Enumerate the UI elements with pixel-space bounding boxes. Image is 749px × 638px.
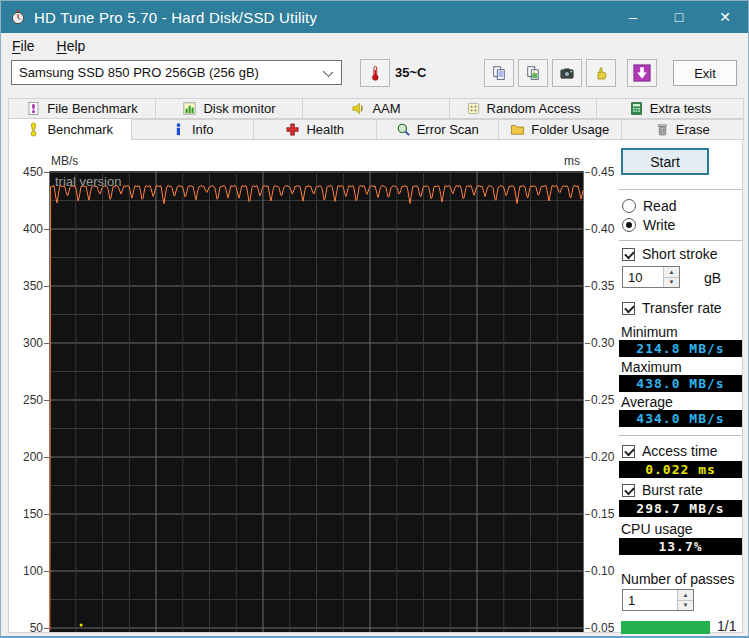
exit-button[interactable]: Exit [673, 60, 737, 86]
disk-monitor-icon [182, 101, 197, 116]
file-benchmark-icon [26, 101, 41, 116]
maximum-label: Maximum [621, 359, 682, 375]
short-stroke-stepper[interactable]: 10 ▲ ▼ [622, 266, 680, 288]
read-radio[interactable] [622, 199, 636, 213]
magnifier-icon [396, 122, 411, 137]
start-button[interactable]: Start [621, 148, 709, 175]
tab-disk-monitor[interactable]: Disk monitor [155, 98, 303, 119]
benchmark-icon [26, 122, 41, 137]
y-axis-tick-label: 400 [15, 222, 43, 236]
tab-label: Erase [676, 122, 710, 137]
speaker-icon [351, 101, 366, 116]
left-axis-unit: MB/s [51, 154, 78, 168]
tab-label: Extra tests [650, 101, 711, 116]
health-cross-icon [285, 122, 300, 137]
transfer-rate-row[interactable]: Transfer rate [622, 300, 722, 316]
axis-tick [585, 457, 590, 458]
temperature-value: 35~C [395, 65, 426, 80]
tab-row-primary: Benchmark Info Health Error Scan [8, 119, 743, 140]
save-results-button[interactable] [627, 59, 657, 87]
y-axis-tick-label: 200 [15, 450, 43, 464]
drive-select-dropdown[interactable]: Samsung SSD 850 PRO 256GB (256 gB) [11, 60, 342, 85]
average-value: 434.0 MB/s [619, 410, 742, 427]
axis-tick [585, 628, 590, 629]
transfer-rate-checkbox[interactable] [622, 302, 635, 315]
short-stroke-row[interactable]: Short stroke [622, 246, 717, 262]
axis-tick [585, 571, 590, 572]
maximum-value: 438.0 MB/s [619, 375, 742, 392]
write-radio-row[interactable]: Write [622, 217, 675, 233]
ms-axis-tick-label: 0.10 [591, 564, 625, 578]
ms-axis-tick-label: 0.15 [591, 507, 625, 521]
tab-folder-usage[interactable]: Folder Usage [498, 119, 622, 140]
ms-axis-tick-label: 0.40 [591, 222, 625, 236]
chevron-down-icon [323, 67, 333, 77]
folder-icon [510, 122, 525, 137]
axis-tick [44, 172, 49, 173]
tab-label: Random Access [487, 101, 581, 116]
tab-file-benchmark[interactable]: File Benchmark [8, 98, 156, 119]
calculator-icon [629, 101, 644, 116]
burst-rate-row[interactable]: Burst rate [622, 482, 703, 498]
benchmark-plot [49, 171, 584, 632]
copy-text-button[interactable] [484, 59, 514, 87]
tab-label: Benchmark [47, 122, 113, 137]
burst-rate-checkbox[interactable] [622, 484, 635, 497]
stepper-down-icon[interactable]: ▼ [664, 278, 679, 288]
ms-axis-tick-label: 0.20 [591, 450, 625, 464]
short-stroke-label: Short stroke [642, 246, 717, 262]
thermometer-icon [367, 65, 383, 81]
close-button[interactable]: ✕ [702, 1, 748, 33]
maximize-button[interactable]: □ [656, 1, 702, 33]
app-icon [10, 9, 26, 25]
trial-watermark: trial version [55, 174, 121, 189]
axis-tick [585, 400, 590, 401]
tab-erase[interactable]: Erase [621, 119, 745, 140]
short-stroke-checkbox[interactable] [622, 248, 635, 261]
y-axis-tick-label: 250 [15, 393, 43, 407]
axis-tick [585, 514, 590, 515]
passes-label: Number of passes [621, 571, 735, 587]
screenshot-button[interactable] [552, 59, 582, 87]
tab-info[interactable]: Info [131, 119, 255, 140]
stepper-down-icon[interactable]: ▼ [678, 601, 693, 611]
tab-label: Health [306, 122, 344, 137]
title-bar: HD Tune Pro 5.70 - Hard Disk/SSD Utility… [1, 1, 748, 33]
cpu-usage-value: 13.7% [619, 538, 742, 555]
access-time-row[interactable]: Access time [622, 443, 717, 459]
download-arrow-icon [633, 64, 651, 82]
minimum-value: 214.8 MB/s [619, 340, 742, 357]
y-axis-tick-label: 450 [15, 165, 43, 179]
tab-benchmark[interactable]: Benchmark [8, 118, 132, 141]
tab-health[interactable]: Health [253, 119, 377, 140]
tab-error-scan[interactable]: Error Scan [376, 119, 500, 140]
temperature-button[interactable] [360, 59, 390, 87]
stepper-up-icon[interactable]: ▲ [678, 590, 693, 601]
copy-icon [491, 65, 507, 81]
menu-help[interactable]: Help [46, 35, 97, 57]
tab-label: Error Scan [417, 122, 479, 137]
stepper-up-icon[interactable]: ▲ [664, 267, 679, 278]
window-title: HD Tune Pro 5.70 - Hard Disk/SSD Utility [34, 9, 317, 26]
short-stroke-value: 10 [628, 270, 642, 285]
read-radio-row[interactable]: Read [622, 198, 676, 214]
access-time-label: Access time [642, 443, 717, 459]
tab-extra-tests[interactable]: Extra tests [596, 98, 744, 119]
tab-aam[interactable]: AAM [302, 98, 450, 119]
tab-random-access[interactable]: Random Access [449, 98, 597, 119]
progress-bar [621, 621, 710, 634]
donate-button[interactable] [586, 59, 616, 87]
ms-axis-tick-label: 0.25 [591, 393, 625, 407]
menu-file[interactable]: File [1, 35, 46, 57]
ms-axis-tick-label: 0.45 [591, 165, 625, 179]
y-axis-tick-label: 300 [15, 336, 43, 350]
copy-image-button[interactable] [518, 59, 548, 87]
passes-stepper[interactable]: 1 ▲ ▼ [622, 589, 694, 611]
y-axis-tick-label: 150 [15, 507, 43, 521]
camera-icon [559, 65, 575, 81]
axis-tick [44, 286, 49, 287]
axis-tick [585, 172, 590, 173]
cpu-usage-label: CPU usage [621, 521, 693, 537]
right-axis-unit: ms [564, 154, 580, 168]
minimize-button[interactable]: – [610, 1, 656, 33]
